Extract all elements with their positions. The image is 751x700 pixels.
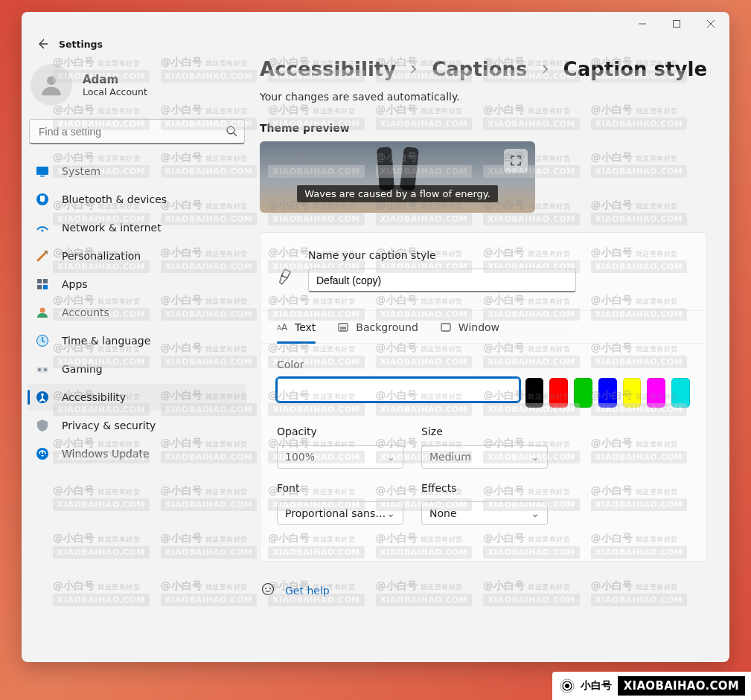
color-label: Color [277, 359, 690, 370]
sidebar-item-label: Personalization [62, 250, 141, 262]
sidebar-item-network-internet[interactable]: Network & internet [28, 214, 246, 241]
caption-style-card: Name your caption style AA Text Backgrou… [260, 232, 707, 562]
autosave-note: Your changes are saved automatically. [260, 91, 707, 103]
font-select[interactable]: Proportional sans s… ⌄ [277, 501, 403, 525]
settings-window: Settings Adam Local Account [22, 12, 729, 662]
sidebar-item-accounts[interactable]: Accounts [28, 299, 246, 326]
crumb-caption-style: Caption style [563, 58, 707, 80]
chevron-right-icon [409, 65, 418, 74]
sidebar-item-personalization[interactable]: Personalization [28, 243, 246, 269]
sidebar-item-time-language[interactable]: Time & language [28, 327, 246, 354]
sidebar-item-privacy-security[interactable]: Privacy & security [28, 412, 246, 439]
color-swatch[interactable] [671, 378, 690, 408]
sidebar-item-label: Network & internet [62, 222, 162, 234]
sidebar-item-label: Accessibility [62, 391, 126, 403]
color-swatch[interactable] [525, 378, 544, 408]
sidebar-item-apps[interactable]: Apps [28, 271, 246, 298]
profile-block[interactable]: Adam Local Account [28, 57, 246, 119]
avatar [31, 64, 72, 106]
svg-point-6 [227, 126, 234, 134]
caption-tabs: AA Text Background Window [261, 311, 706, 344]
tab-window-label: Window [458, 321, 499, 333]
chevron-down-icon: ⌄ [531, 451, 540, 463]
window-maximize-button[interactable] [659, 12, 694, 36]
svg-point-30 [265, 588, 266, 589]
nav-icon [35, 164, 50, 179]
sidebar-item-label: Time & language [62, 335, 150, 347]
pen-icon [277, 269, 293, 285]
color-swatch[interactable] [647, 378, 665, 408]
help-icon [261, 582, 275, 598]
opacity-select[interactable]: 100% ⌄ [277, 445, 403, 469]
nav-icon [35, 192, 50, 207]
back-button[interactable] [31, 32, 54, 56]
chevron-down-icon: ⌄ [386, 507, 395, 519]
text-icon: AA [277, 322, 287, 333]
search-icon [226, 125, 237, 139]
preview-caption-text: Waves are caused by a flow of energy. [297, 185, 498, 202]
tab-background[interactable]: Background [338, 311, 418, 343]
search-input[interactable] [29, 119, 245, 144]
sidebar-item-system[interactable]: System [28, 158, 246, 184]
nav-list: SystemBluetooth & devicesNetwork & inter… [28, 158, 246, 467]
sidebar-item-bluetooth-devices[interactable]: Bluetooth & devices [28, 186, 246, 213]
nav-icon [35, 362, 50, 376]
user-name: Adam [83, 73, 147, 86]
theme-preview-title: Theme preview [260, 122, 707, 134]
svg-point-31 [269, 588, 271, 589]
content-area: Accessibility Captions Caption style You… [252, 36, 729, 662]
source-badge: 小白号 XIAOBAIHAO.COM [552, 672, 751, 700]
sidebar-item-label: Apps [62, 278, 88, 290]
svg-point-19 [38, 368, 41, 371]
svg-line-7 [234, 133, 237, 136]
svg-rect-28 [441, 324, 450, 331]
chevron-down-icon: ⌄ [386, 451, 395, 463]
get-help-row[interactable]: Get help [260, 582, 707, 598]
svg-rect-14 [37, 285, 42, 289]
sidebar-item-label: Privacy & security [62, 420, 156, 431]
sidebar-item-label: Bluetooth & devices [62, 193, 167, 205]
nav-icon [35, 418, 50, 433]
svg-rect-1 [674, 21, 680, 28]
effects-label: Effects [421, 482, 548, 494]
effects-select[interactable]: None ⌄ [421, 501, 548, 525]
app-title: Settings [59, 39, 103, 50]
window-close-button[interactable] [694, 12, 728, 36]
expand-preview-button[interactable] [504, 149, 528, 173]
svg-point-20 [44, 368, 47, 371]
color-swatch[interactable] [574, 378, 592, 408]
background-icon [338, 322, 348, 333]
color-swatch[interactable] [277, 378, 520, 402]
crumb-accessibility[interactable]: Accessibility [260, 58, 396, 80]
svg-point-32 [565, 684, 569, 688]
window-minimize-button[interactable] [625, 12, 659, 36]
svg-point-22 [41, 394, 44, 396]
svg-point-29 [263, 584, 274, 595]
size-select[interactable]: Medium ⌄ [421, 445, 548, 469]
window-icon [441, 322, 451, 333]
svg-rect-8 [36, 167, 48, 175]
color-swatches [277, 378, 690, 408]
nav-icon [35, 305, 50, 320]
crumb-captions[interactable]: Captions [432, 58, 527, 80]
nav-icon [35, 277, 50, 292]
sidebar-item-gaming[interactable]: Gaming [28, 356, 246, 382]
get-help-link[interactable]: Get help [285, 585, 330, 597]
tab-text[interactable]: AA Text [277, 311, 316, 343]
svg-point-11 [42, 230, 44, 232]
svg-rect-15 [43, 285, 48, 289]
sidebar-item-windows-update[interactable]: Windows Update [28, 440, 246, 467]
tab-window[interactable]: Window [441, 311, 499, 343]
sidebar-item-label: Windows Update [62, 448, 150, 460]
style-name-input[interactable] [308, 269, 576, 292]
sidebar-item-accessibility[interactable]: Accessibility [28, 384, 246, 411]
color-swatch[interactable] [623, 378, 642, 408]
svg-rect-13 [43, 279, 48, 283]
nav-icon [35, 248, 50, 263]
font-label: Font [277, 482, 403, 494]
color-swatch[interactable] [549, 378, 568, 408]
color-swatch[interactable] [598, 378, 617, 408]
sidebar-item-label: Accounts [62, 306, 109, 318]
svg-point-5 [47, 76, 56, 85]
chevron-down-icon: ⌄ [531, 507, 540, 519]
